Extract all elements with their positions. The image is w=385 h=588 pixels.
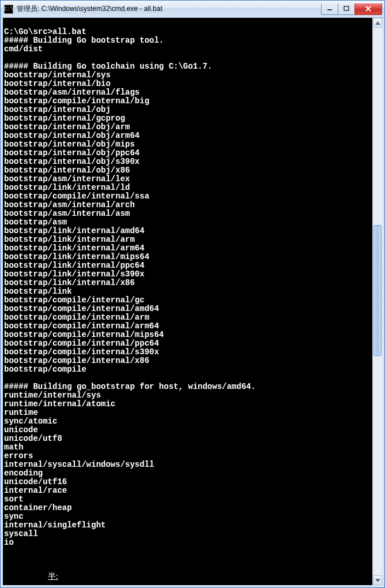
scrollbar-track[interactable] bbox=[373, 28, 382, 575]
svg-rect-1 bbox=[344, 6, 349, 10]
output-line: bootstrap/link/internal/ppc64 bbox=[4, 261, 145, 270]
scrollbar-thumb[interactable] bbox=[373, 225, 382, 357]
output-line: container/heap bbox=[4, 503, 72, 512]
output-line: bootstrap/compile/internal/ppc64 bbox=[4, 339, 159, 348]
output-line: unicode/utf8 bbox=[4, 434, 62, 443]
output-line: syscall bbox=[4, 529, 38, 538]
output-line: math bbox=[4, 443, 24, 452]
console-area: C:\Go\src>all.bat ##### Building Go boot… bbox=[1, 18, 384, 587]
output-line: unicode bbox=[4, 425, 38, 435]
output-line: bootstrap/internal/obj/arm64 bbox=[4, 131, 139, 140]
output-line: internal/syscall/windows/sysdll bbox=[4, 460, 154, 469]
output-line: bootstrap/compile/internal/big bbox=[4, 96, 149, 106]
output-line: sync bbox=[4, 512, 24, 521]
output-line: internal/race bbox=[4, 486, 67, 495]
output-line: bootstrap/internal/sys bbox=[4, 70, 111, 80]
output-line: bootstrap/compile/internal/amd64 bbox=[4, 304, 159, 313]
output-line: bootstrap/compile/internal/arm bbox=[4, 313, 149, 322]
close-icon bbox=[365, 6, 372, 12]
minimize-icon bbox=[327, 6, 333, 12]
output-line: bootstrap/asm/internal/lex bbox=[4, 174, 130, 183]
output-line: runtime/internal/sys bbox=[4, 391, 101, 400]
console-output[interactable]: C:\Go\src>all.bat ##### Building Go boot… bbox=[3, 18, 372, 585]
output-line: bootstrap/internal/obj/arm bbox=[4, 122, 130, 132]
window-controls bbox=[322, 3, 382, 15]
output-line: bootstrap/asm/internal/asm bbox=[4, 209, 130, 218]
chevron-down-icon bbox=[375, 579, 380, 582]
output-line: bootstrap/compile/internal/gc bbox=[4, 295, 145, 305]
command-prompt-window: C:\ 管理员: C:\Windows\system32\cmd.exe - a… bbox=[0, 0, 385, 588]
output-line: C:\Go\src>all.bat bbox=[4, 27, 86, 36]
chevron-up-icon bbox=[375, 21, 380, 25]
output-line: bootstrap/internal/gcprog bbox=[4, 114, 125, 123]
output-heading: ##### Building Go toolchain using C:\Go1… bbox=[4, 62, 212, 71]
window-title: 管理员: C:\Windows\system32\cmd.exe - all.b… bbox=[17, 4, 322, 14]
output-line: internal/singleflight bbox=[4, 520, 105, 530]
output-line: unicode/utf16 bbox=[4, 477, 67, 486]
maximize-icon bbox=[344, 6, 349, 12]
output-line: sort bbox=[4, 495, 24, 504]
output-line: bootstrap/internal/bio bbox=[4, 79, 111, 88]
output-line: bootstrap/compile/internal/x86 bbox=[4, 356, 149, 365]
output-line: cmd/dist bbox=[4, 44, 43, 54]
output-line: bootstrap/link/internal/amd64 bbox=[4, 226, 145, 235]
output-line: bootstrap/link/internal/x86 bbox=[4, 278, 135, 287]
output-line: bootstrap/compile/internal/mips64 bbox=[4, 330, 164, 339]
output-line: bootstrap/internal/obj/ppc64 bbox=[4, 148, 139, 158]
output-heading: ##### Building go_bootstrap for host, wi… bbox=[4, 382, 256, 391]
output-line: bootstrap/internal/obj/mips bbox=[4, 140, 135, 149]
output-line: bootstrap/link bbox=[4, 287, 72, 296]
output-line: bootstrap/compile/internal/s390x bbox=[4, 347, 159, 357]
output-line: bootstrap/link/internal/arm64 bbox=[4, 244, 145, 253]
output-line: bootstrap/link/internal/s390x bbox=[4, 269, 145, 279]
output-heading: ##### Building Go bootstrap tool. bbox=[4, 36, 164, 45]
output-line: bootstrap/compile/internal/arm64 bbox=[4, 321, 159, 331]
output-line: sync/atomic bbox=[4, 417, 57, 426]
output-line: bootstrap/link/internal/arm bbox=[4, 235, 135, 244]
maximize-button[interactable] bbox=[338, 3, 355, 15]
output-line: bootstrap/compile bbox=[4, 365, 86, 374]
output-line: bootstrap/link/internal/mips64 bbox=[4, 252, 149, 261]
titlebar[interactable]: C:\ 管理员: C:\Windows\system32\cmd.exe - a… bbox=[1, 1, 384, 18]
output-line: bootstrap/asm bbox=[4, 218, 67, 227]
output-line: bootstrap/compile/internal/ssa bbox=[4, 192, 149, 201]
cmd-icon: C:\ bbox=[4, 5, 13, 14]
output-line: bootstrap/internal/obj/x86 bbox=[4, 166, 130, 175]
output-line: errors bbox=[4, 451, 33, 460]
scroll-up-button[interactable] bbox=[373, 18, 382, 28]
output-line: encoding bbox=[4, 469, 43, 478]
output-line: runtime bbox=[4, 408, 38, 417]
svg-rect-0 bbox=[327, 9, 332, 10]
output-line: bootstrap/link/internal/ld bbox=[4, 183, 130, 192]
output-line: runtime/internal/atomic bbox=[4, 399, 115, 409]
ime-composition[interactable]: 半: bbox=[48, 571, 58, 582]
minimize-button[interactable] bbox=[321, 3, 338, 15]
output-line: bootstrap/internal/obj bbox=[4, 105, 111, 114]
output-line: bootstrap/asm/internal/arch bbox=[4, 200, 135, 209]
output-line: bootstrap/asm/internal/flags bbox=[4, 88, 139, 97]
output-line: io bbox=[4, 538, 14, 547]
output-line: bootstrap/internal/obj/s390x bbox=[4, 157, 139, 166]
vertical-scrollbar[interactable] bbox=[372, 18, 382, 585]
close-button[interactable] bbox=[354, 3, 382, 15]
scroll-down-button[interactable] bbox=[373, 575, 382, 585]
